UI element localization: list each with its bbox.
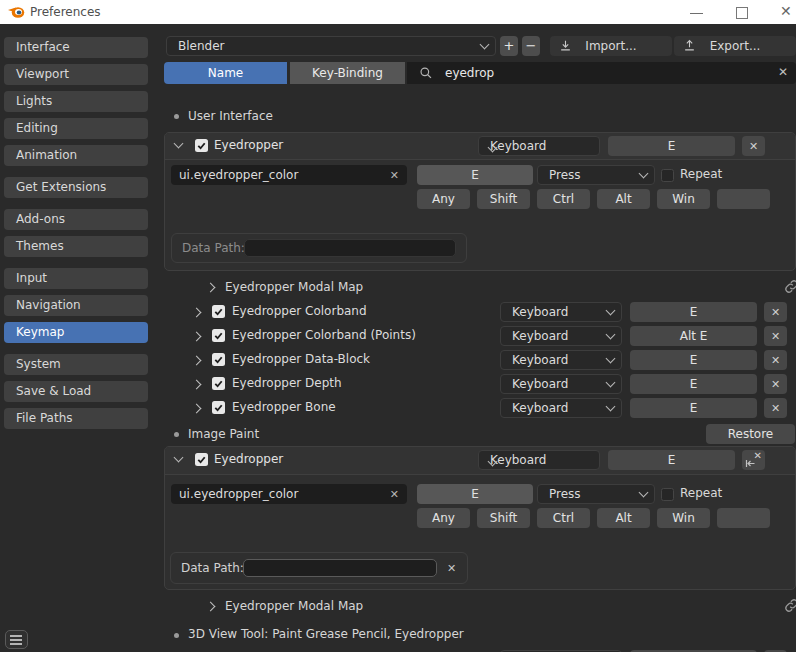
keymap-item-header[interactable]: Eyedropper Keyboard E ✕ xyxy=(165,133,795,160)
add-preset-button[interactable]: + xyxy=(500,36,518,56)
remove-item-button[interactable]: ✕ xyxy=(764,374,787,394)
check-icon xyxy=(213,378,224,389)
check-icon xyxy=(196,140,207,151)
modifier-shift-button[interactable]: Shift xyxy=(477,508,530,528)
modifier-any-button[interactable]: Any xyxy=(417,189,470,209)
key-binding-button[interactable]: E xyxy=(608,136,735,156)
clear-icon[interactable]: ✕ xyxy=(390,169,399,182)
data-path-input[interactable] xyxy=(243,559,437,577)
map-type-value: Keyboard xyxy=(490,453,592,467)
chevron-right-icon[interactable] xyxy=(192,380,202,390)
modifier-win-button[interactable]: Win xyxy=(657,508,710,528)
modifier-win-button[interactable]: Win xyxy=(657,189,710,209)
remove-item-button[interactable]: ✕ xyxy=(764,302,787,322)
modifier-shift-button[interactable]: Shift xyxy=(477,189,530,209)
remove-item-button[interactable]: ✕ xyxy=(764,326,787,346)
close-icon: ✕ xyxy=(771,402,780,415)
key-binding-button[interactable]: E xyxy=(630,350,757,370)
active-checkbox-checked[interactable] xyxy=(212,305,225,318)
chevron-right-icon[interactable] xyxy=(206,283,216,293)
repeat-checkbox-unchecked[interactable] xyxy=(661,488,674,501)
active-checkbox-checked[interactable] xyxy=(212,353,225,366)
modifier-alt-button[interactable]: Alt xyxy=(597,508,650,528)
link-icon[interactable] xyxy=(784,598,796,618)
key-binding-button[interactable]: Alt E xyxy=(630,326,757,346)
filter-by-keybinding-toggle[interactable]: Key-Binding xyxy=(290,62,405,84)
map-type-select[interactable]: Keyboard xyxy=(478,450,600,470)
event-select[interactable]: Press xyxy=(537,165,655,185)
sidebar-item-get-extensions[interactable]: Get Extensions xyxy=(4,177,148,198)
active-checkbox-checked[interactable] xyxy=(195,453,208,466)
remove-item-button[interactable]: ✕ xyxy=(764,398,787,418)
map-type-select[interactable]: Keyboard xyxy=(500,398,622,418)
map-type-select[interactable]: Keyboard xyxy=(500,302,622,322)
remove-restore-button[interactable]: ✕ xyxy=(742,450,765,470)
chevron-right-icon[interactable] xyxy=(192,356,202,366)
sidebar-item-addons[interactable]: Add-ons xyxy=(4,209,148,230)
active-checkbox-checked[interactable] xyxy=(212,377,225,390)
sidebar-item-themes[interactable]: Themes xyxy=(4,236,148,257)
key-binding-button[interactable]: E xyxy=(630,398,757,418)
modifier-ctrl-button[interactable]: Ctrl xyxy=(537,508,590,528)
filter-by-name-toggle[interactable]: Name xyxy=(164,62,287,84)
chevron-down-icon xyxy=(606,402,616,412)
event-select[interactable]: Press xyxy=(537,484,655,504)
operator-id-field[interactable]: ui.eyedropper_color ✕ xyxy=(171,165,407,185)
sidebar-item-viewport[interactable]: Viewport xyxy=(4,64,148,85)
sidebar-item-file-paths[interactable]: File Paths xyxy=(4,408,148,429)
map-type-select[interactable]: Keyboard xyxy=(478,136,600,156)
modifier-alt-button[interactable]: Alt xyxy=(597,189,650,209)
data-path-input[interactable] xyxy=(244,239,456,257)
map-type-select[interactable]: Keyboard xyxy=(500,350,622,370)
clear-data-path-icon[interactable]: ✕ xyxy=(447,562,456,575)
sidebar-item-interface[interactable]: Interface xyxy=(4,37,148,58)
key-binding-button[interactable]: E xyxy=(608,450,735,470)
map-type-select[interactable]: Keyboard xyxy=(500,326,622,346)
sidebar-item-system[interactable]: System xyxy=(4,354,148,375)
minimize-icon[interactable] xyxy=(690,13,703,14)
chevron-right-icon[interactable] xyxy=(192,308,202,318)
key-button[interactable]: E xyxy=(417,484,533,504)
sidebar-item-navigation[interactable]: Navigation xyxy=(4,295,148,316)
remove-preset-button[interactable]: − xyxy=(522,36,540,56)
clear-icon[interactable]: ✕ xyxy=(390,488,399,501)
map-type-select[interactable]: Keyboard xyxy=(500,374,622,394)
keymap-preset-select[interactable]: Blender xyxy=(166,36,496,56)
maximize-icon[interactable] xyxy=(736,7,748,19)
chevron-right-icon[interactable] xyxy=(192,404,202,414)
key-binding-button[interactable]: E xyxy=(630,374,757,394)
operator-id-field[interactable]: ui.eyedropper_color ✕ xyxy=(171,484,407,504)
chevron-right-icon[interactable] xyxy=(192,332,202,342)
sidebar-item-animation[interactable]: Animation xyxy=(4,145,148,166)
remove-item-button[interactable]: ✕ xyxy=(742,136,765,156)
import-button[interactable]: Import... xyxy=(550,36,672,56)
clear-search-icon[interactable]: ✕ xyxy=(778,65,788,79)
chevron-down-icon[interactable] xyxy=(174,139,184,149)
modifier-ctrl-button[interactable]: Ctrl xyxy=(537,189,590,209)
remove-item-button[interactable]: ✕ xyxy=(764,350,787,370)
editor-menu-button[interactable] xyxy=(5,630,28,649)
modifier-blank-button[interactable] xyxy=(717,189,770,209)
link-icon[interactable] xyxy=(784,279,796,299)
sidebar-item-save-load[interactable]: Save & Load xyxy=(4,381,148,402)
key-button[interactable]: E xyxy=(417,165,533,185)
sidebar-item-input[interactable]: Input xyxy=(4,268,148,289)
modifier-any-button[interactable]: Any xyxy=(417,508,470,528)
search-input[interactable] xyxy=(445,62,755,84)
keymap-item-header[interactable]: Eyedropper Keyboard E ✕ xyxy=(165,447,795,475)
chevron-right-icon[interactable] xyxy=(206,602,216,612)
active-checkbox-checked[interactable] xyxy=(212,329,225,342)
section-title: Image Paint xyxy=(188,423,259,445)
sidebar-item-lights[interactable]: Lights xyxy=(4,91,148,112)
active-checkbox-checked[interactable] xyxy=(195,139,208,152)
sidebar-item-editing[interactable]: Editing xyxy=(4,118,148,139)
repeat-checkbox-unchecked[interactable] xyxy=(661,169,674,182)
key-binding-button[interactable]: E xyxy=(630,302,757,322)
chevron-down-icon[interactable] xyxy=(174,453,184,463)
modifier-blank-button[interactable] xyxy=(717,508,770,528)
sidebar-item-keymap[interactable]: Keymap xyxy=(4,322,148,343)
active-checkbox-checked[interactable] xyxy=(212,401,225,414)
export-button[interactable]: Export... xyxy=(674,36,796,56)
close-window-icon[interactable]: ✕ xyxy=(780,3,792,19)
restore-button[interactable]: Restore xyxy=(706,424,795,444)
